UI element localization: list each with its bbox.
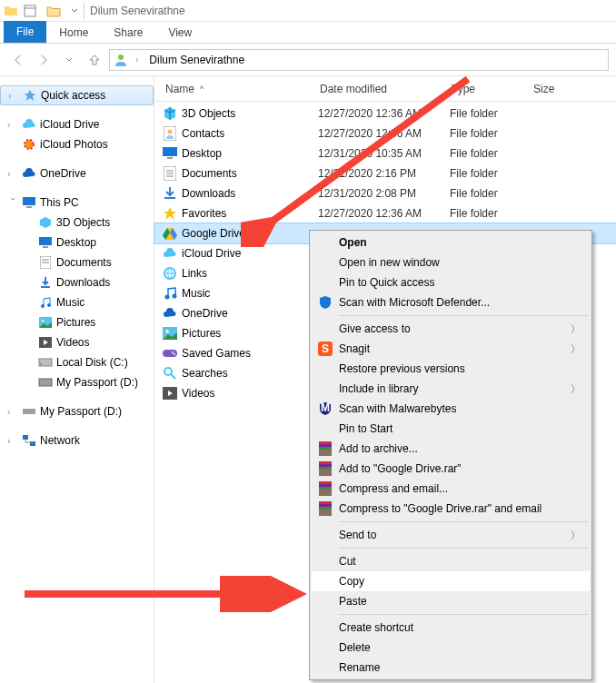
forward-button[interactable] [33, 49, 55, 71]
sidebar-item[interactable]: 3D Objects [0, 213, 154, 233]
folder-icon [38, 315, 53, 330]
file-name: Searches [182, 367, 318, 380]
ribbon-tabs: File Home Share View [0, 22, 616, 44]
file-type: File folder [450, 107, 532, 120]
menu-item[interactable]: Paste [312, 591, 590, 611]
sidebar-item[interactable]: Documents [0, 252, 154, 272]
label: Music [56, 296, 84, 309]
menu-label: Copy [339, 575, 364, 588]
menu-item[interactable]: Create shortcut [312, 618, 590, 638]
qat-newfolder-icon[interactable] [44, 2, 64, 20]
file-icon [162, 346, 178, 361]
menu-item[interactable]: Restore previous versions [312, 359, 590, 379]
col-name[interactable]: Name^ [158, 83, 313, 95]
file-type: File folder [450, 187, 532, 200]
file-row[interactable]: Contacts12/27/2020 12:36 AMFile folder [154, 124, 616, 144]
menu-item[interactable]: Cut [312, 551, 590, 571]
recent-dropdown-icon[interactable] [58, 49, 80, 71]
menu-item[interactable]: Delete [312, 638, 590, 658]
menu-label: Include in library [339, 382, 418, 395]
chevron-down-icon[interactable]: › [8, 197, 18, 208]
menu-label: Add to "Google Drive.rar" [339, 462, 462, 475]
menu-item[interactable]: Copy [312, 571, 590, 591]
file-row[interactable]: Downloads12/31/2020 2:08 PMFile folder [154, 183, 616, 203]
sidebar-item[interactable]: My Passport (D:) [0, 372, 154, 392]
menu-label: Open [339, 236, 367, 249]
address-bar[interactable]: › Dilum Senevirathne [109, 49, 609, 71]
menu-item[interactable]: Compress and email... [312, 479, 590, 499]
menu-item[interactable]: MScan with Malwarebytes [312, 399, 590, 419]
label: 3D Objects [56, 216, 110, 229]
sidebar-item[interactable]: Downloads [0, 272, 154, 292]
file-icon [162, 386, 178, 401]
svg-rect-56 [319, 484, 332, 487]
sidebar-quick-access[interactable]: › Quick access [0, 85, 154, 105]
menu-item[interactable]: Include in library〉 [312, 379, 590, 399]
network-icon [22, 433, 36, 448]
tab-home[interactable]: Home [46, 23, 101, 43]
menu-item[interactable]: Open [312, 233, 590, 252]
svg-rect-48 [319, 444, 332, 447]
sidebar-item[interactable]: Pictures [0, 312, 154, 332]
sidebar: › Quick access › iCloud Drive iCloud Pho… [0, 76, 154, 683]
sidebar-my-passport[interactable]: › My Passport (D:) [0, 401, 154, 421]
file-type: File folder [450, 167, 532, 180]
menu-item[interactable]: Open in new window [312, 252, 590, 272]
menu-item[interactable]: Add to "Google Drive.rar" [312, 459, 590, 479]
folder-icon [38, 375, 53, 390]
menu-item[interactable]: Rename [312, 658, 590, 678]
chevron-right-icon[interactable]: › [8, 91, 19, 101]
col-date[interactable]: Date modified [313, 83, 444, 95]
file-row[interactable]: 3D Objects12/27/2020 12:36 AMFile folder [154, 104, 616, 124]
submenu-arrow-icon: 〉 [571, 382, 581, 396]
svg-point-35 [173, 294, 177, 299]
menu-item[interactable]: Send to〉 [312, 525, 590, 545]
file-row[interactable]: Desktop12/31/2020 10:35 AMFile folder [154, 144, 616, 163]
sidebar-item[interactable]: Desktop [0, 233, 154, 252]
folder-icon [38, 235, 53, 250]
svg-rect-26 [163, 147, 177, 156]
menu-item[interactable]: SSnagit〉 [312, 339, 590, 359]
svg-point-2 [118, 54, 124, 60]
menu-item[interactable]: Give access to〉 [312, 319, 590, 339]
menu-item[interactable]: Pin to Start [312, 419, 590, 439]
menu-item[interactable]: Compress to "Google Drive.rar" and email [312, 499, 590, 519]
file-icon [162, 326, 178, 341]
svg-point-25 [168, 130, 173, 134]
folder-icon [38, 215, 53, 230]
sidebar-this-pc[interactable]: › This PC [0, 193, 154, 213]
label: Desktop [56, 236, 96, 249]
col-size[interactable]: Size [526, 83, 581, 95]
file-row[interactable]: Favorites12/27/2020 12:36 AMFile folder [154, 203, 616, 223]
file-row[interactable]: Documents12/31/2020 2:16 PMFile folder [154, 163, 616, 183]
file-icon [162, 106, 178, 121]
sidebar-item[interactable]: Local Disk (C:) [0, 352, 154, 372]
menu-item[interactable]: Scan with Microsoft Defender... [312, 292, 590, 312]
qat-dropdown-icon[interactable] [71, 5, 78, 17]
svg-point-40 [164, 368, 172, 375]
col-type[interactable]: Type [444, 83, 526, 95]
tab-view[interactable]: View [155, 23, 204, 43]
sidebar-icloud-drive[interactable]: › iCloud Drive [0, 114, 154, 134]
sidebar-onedrive[interactable]: › OneDrive [0, 163, 154, 183]
breadcrumb-item[interactable]: Dilum Senevirathne [145, 52, 248, 68]
label: iCloud Photos [40, 138, 108, 151]
sidebar-network[interactable]: › Network [0, 431, 154, 450]
sidebar-item[interactable]: Music [0, 292, 154, 312]
qat-properties-icon[interactable] [20, 2, 40, 20]
sidebar-item[interactable]: Videos [0, 332, 154, 352]
tab-share[interactable]: Share [101, 23, 155, 43]
sidebar-icloud-photos[interactable]: iCloud Photos [0, 134, 154, 154]
file-name: OneDrive [182, 307, 318, 320]
svg-point-13 [41, 304, 45, 308]
chevron-right-icon[interactable]: › [134, 54, 140, 64]
menu-label: Restore previous versions [339, 362, 465, 375]
tab-file[interactable]: File [4, 21, 46, 43]
menu-item[interactable]: Add to archive... [312, 439, 590, 459]
svg-line-41 [171, 374, 175, 379]
up-button[interactable] [84, 49, 105, 71]
back-button[interactable] [7, 49, 29, 71]
file-name: 3D Objects [182, 107, 318, 120]
menu-item[interactable]: Pin to Quick access [312, 272, 590, 292]
folder-icon [38, 255, 53, 270]
